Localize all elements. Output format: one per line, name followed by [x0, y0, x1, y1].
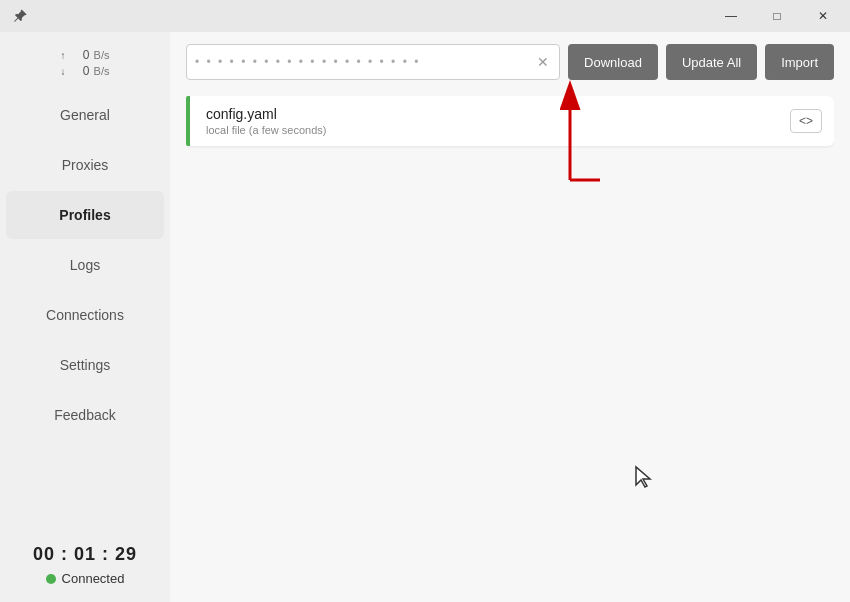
sidebar-item-feedback[interactable]: Feedback: [6, 391, 164, 439]
upload-row: ↑ 0 B/s: [12, 48, 158, 62]
sidebar-item-settings[interactable]: Settings: [6, 341, 164, 389]
download-unit: B/s: [94, 65, 110, 77]
import-button[interactable]: Import: [765, 44, 834, 80]
status-section: 00 : 01 : 29 Connected: [0, 528, 170, 602]
minimize-button[interactable]: —: [708, 0, 754, 32]
download-button[interactable]: Download: [568, 44, 658, 80]
toolbar: ✕ Download Update All Import: [186, 44, 834, 80]
main-layout: ↑ 0 B/s ↓ 0 B/s General Proxies Profiles…: [0, 32, 850, 602]
connected-dot-icon: [46, 574, 56, 584]
profile-edit-button[interactable]: <>: [790, 109, 822, 133]
download-row: ↓ 0 B/s: [12, 64, 158, 78]
profile-subtitle: local file (a few seconds): [206, 124, 790, 136]
code-icon: <>: [799, 114, 813, 128]
download-value: 0: [70, 64, 90, 78]
maximize-button[interactable]: □: [754, 0, 800, 32]
connected-label: Connected: [62, 571, 125, 586]
profile-list: config.yaml local file (a few seconds) <…: [186, 96, 834, 590]
profile-name: config.yaml: [206, 106, 790, 122]
pin-button[interactable]: [4, 0, 36, 32]
timer-display: 00 : 01 : 29: [12, 544, 158, 565]
sidebar-item-proxies[interactable]: Proxies: [6, 141, 164, 189]
profile-info: config.yaml local file (a few seconds): [206, 106, 790, 136]
upload-unit: B/s: [94, 49, 110, 61]
sidebar: ↑ 0 B/s ↓ 0 B/s General Proxies Profiles…: [0, 32, 170, 602]
profile-item[interactable]: config.yaml local file (a few seconds) <…: [186, 96, 834, 146]
sidebar-spacer: [0, 440, 170, 528]
title-bar: — □ ✕: [0, 0, 850, 32]
sidebar-item-logs[interactable]: Logs: [6, 241, 164, 289]
url-input-wrap[interactable]: ✕: [186, 44, 560, 80]
upload-value: 0: [70, 48, 90, 62]
download-arrow-icon: ↓: [61, 66, 66, 77]
upload-arrow-icon: ↑: [61, 50, 66, 61]
active-indicator: [186, 96, 190, 146]
clear-input-button[interactable]: ✕: [535, 52, 551, 72]
network-stats: ↑ 0 B/s ↓ 0 B/s: [0, 40, 170, 86]
sidebar-item-profiles[interactable]: Profiles: [6, 191, 164, 239]
close-button[interactable]: ✕: [800, 0, 846, 32]
update-all-button[interactable]: Update All: [666, 44, 757, 80]
sidebar-item-connections[interactable]: Connections: [6, 291, 164, 339]
connected-row: Connected: [12, 571, 158, 586]
sidebar-item-general[interactable]: General: [6, 91, 164, 139]
content-area: ✕ Download Update All Import config.yaml…: [170, 32, 850, 602]
url-input[interactable]: [195, 55, 535, 69]
